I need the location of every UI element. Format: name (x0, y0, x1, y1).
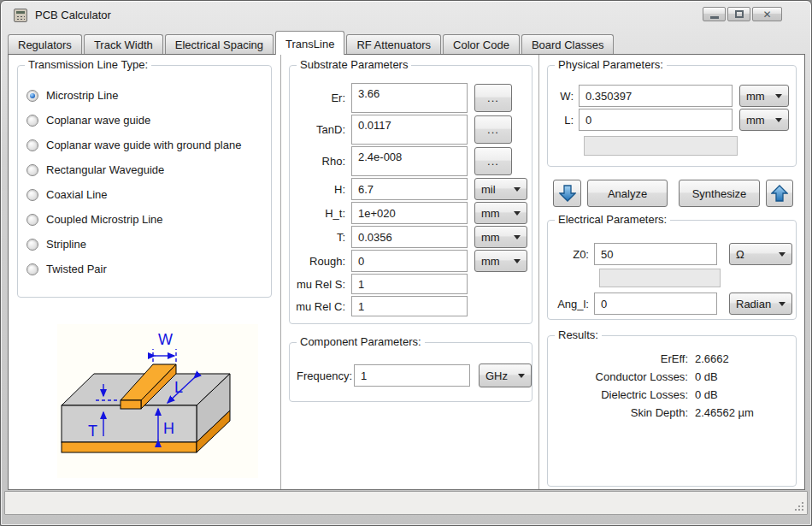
radio-icon (26, 214, 38, 226)
parameter-label: mu Rel S: (291, 278, 351, 291)
resize-grip[interactable] (794, 501, 804, 511)
group-title: Transmission Line Type: (25, 58, 151, 71)
close-button[interactable]: ✕ (752, 7, 782, 21)
title-bar[interactable]: PCB Calculator ✕ (1, 1, 811, 29)
parameter-label: Er: (291, 92, 351, 104)
result-row: Conductor Losses: 0 dB (548, 368, 796, 386)
parameter-row: Rho: 2.4e-008 ... (291, 146, 530, 176)
radio-label: Twisted Pair (46, 263, 107, 275)
result-value: 2.6662 (695, 350, 729, 368)
result-value: 0 dB (695, 368, 718, 386)
radio-icon (26, 263, 38, 275)
ellipsis-button[interactable]: ... (474, 84, 512, 112)
parameter-input[interactable]: 6.7 (351, 178, 468, 200)
chevron-down-icon (775, 94, 782, 98)
column-separator (538, 55, 539, 489)
parameter-input[interactable]: 0 (579, 109, 733, 131)
parameter-value: 1 (358, 300, 364, 313)
parameter-input[interactable]: 0.0117 (351, 115, 468, 145)
radio-option[interactable]: Microstrip Line (26, 83, 271, 108)
group-title: Electrical Parameters: (555, 213, 670, 226)
results-rows: ErEff: 2.6662 Conductor Losses: 0 dB Die… (548, 336, 796, 422)
radio-label: Stripline (46, 238, 86, 251)
ellipsis-button[interactable]: ... (474, 147, 512, 175)
radio-option[interactable]: Coplanar wave guide (26, 108, 271, 133)
frequency-unit-dropdown[interactable]: GHz (479, 363, 532, 387)
tab[interactable]: Board Classes (521, 34, 615, 54)
transline-page: Transmission Line Type: Microstrip Line … (8, 54, 805, 490)
tab[interactable]: Color Code (443, 34, 520, 54)
frequency-input[interactable]: 1 (354, 364, 470, 387)
tab-label: Color Code (453, 38, 509, 51)
parameter-label: T: (291, 231, 351, 244)
parameter-input[interactable]: 1 (351, 296, 468, 316)
radio-option[interactable]: Rectangular Waveguide (26, 157, 271, 182)
parameter-value: 1e+020 (358, 207, 396, 220)
synthesize-button[interactable]: Synthesize (679, 180, 760, 207)
parameter-row: H_t: 1e+020 mm (291, 202, 530, 224)
parameter-input[interactable]: 2.4e-008 (351, 146, 468, 176)
result-value: 0 dB (695, 386, 718, 404)
angl-label: Ang_l: (551, 298, 594, 310)
parameter-input[interactable]: 0.350397 (579, 85, 733, 107)
parameter-input[interactable]: 1e+020 (351, 202, 468, 224)
tab[interactable]: Regulators (8, 34, 82, 54)
tab[interactable]: TransLine (275, 31, 344, 55)
chevron-down-icon (775, 118, 782, 122)
ellipsis-button[interactable]: ... (474, 115, 512, 144)
angl-input[interactable]: 0 (594, 293, 717, 315)
parameter-value: 6.7 (358, 183, 374, 196)
parameter-label: W: (553, 90, 579, 103)
radio-option[interactable]: Coplanar wave guide with ground plane (26, 133, 271, 157)
z0-input[interactable]: 50 (594, 243, 717, 265)
tab[interactable]: Track Width (84, 34, 163, 54)
unit-value: mm (481, 231, 500, 244)
parameter-input[interactable]: 1 (351, 274, 468, 294)
parameter-row: Rough: 0 mm (291, 250, 530, 272)
group-title: Component Parameters: (297, 335, 425, 348)
parameter-value: 3.66 (358, 87, 380, 100)
tab-label: Regulators (18, 38, 72, 51)
minimize-button[interactable] (703, 7, 726, 21)
radio-option[interactable]: Stripline (26, 232, 271, 257)
tab[interactable]: RF Attenuators (346, 34, 441, 54)
frequency-row: Frequency: 1 GHz (297, 363, 532, 387)
unit-dropdown[interactable]: mm (474, 250, 527, 272)
radio-label: Coupled Microstrip Line (46, 213, 163, 226)
transmission-line-type-group: Transmission Line Type: Microstrip Line … (17, 65, 272, 298)
tab-bar: Regulators Track Width Electrical Spacin… (8, 30, 804, 54)
tab[interactable]: Electrical Spacing (165, 34, 274, 54)
parameter-input[interactable]: 0 (351, 250, 468, 272)
unit-dropdown[interactable]: mm (474, 202, 527, 224)
maximize-button[interactable] (727, 7, 750, 21)
angl-unit-dropdown[interactable]: Radian (729, 293, 792, 315)
unit-value: GHz (485, 369, 508, 382)
tab-label: Electrical Spacing (175, 38, 263, 51)
radio-option[interactable]: Twisted Pair (26, 257, 271, 281)
results-group: Results: ErEff: 2.6662 Conductor Losses:… (547, 335, 797, 487)
z0-value: 50 (601, 248, 613, 261)
parameter-row: TanD: 0.0117 ... (291, 115, 530, 145)
tab-label: TransLine (285, 38, 334, 50)
parameter-input[interactable]: 0.0356 (351, 226, 468, 248)
analyze-button[interactable]: Analyze (587, 180, 668, 207)
angl-value: 0 (601, 298, 607, 310)
radio-icon (26, 90, 38, 102)
parameter-row: H: 6.7 mil (291, 178, 530, 200)
result-row: Skin Depth: 2.46562 µm (548, 404, 796, 422)
copy-down-button[interactable] (553, 180, 581, 207)
unit-dropdown[interactable]: mil (474, 178, 527, 200)
copy-up-button[interactable] (766, 180, 793, 207)
radio-option[interactable]: Coaxial Line (26, 182, 271, 207)
parameter-input[interactable]: 3.66 (351, 83, 468, 113)
unit-dropdown[interactable]: mm (739, 85, 789, 107)
chevron-down-icon (514, 235, 521, 239)
diagram-label-t: T (88, 423, 97, 440)
unit-dropdown[interactable]: mm (739, 109, 789, 131)
diagram-label-w: W (158, 331, 173, 348)
z0-unit-dropdown[interactable]: Ω (729, 243, 792, 265)
unit-value: mm (481, 207, 500, 220)
unit-dropdown[interactable]: mm (474, 226, 527, 248)
parameter-value: 0.0356 (358, 231, 392, 244)
radio-option[interactable]: Coupled Microstrip Line (26, 207, 271, 232)
